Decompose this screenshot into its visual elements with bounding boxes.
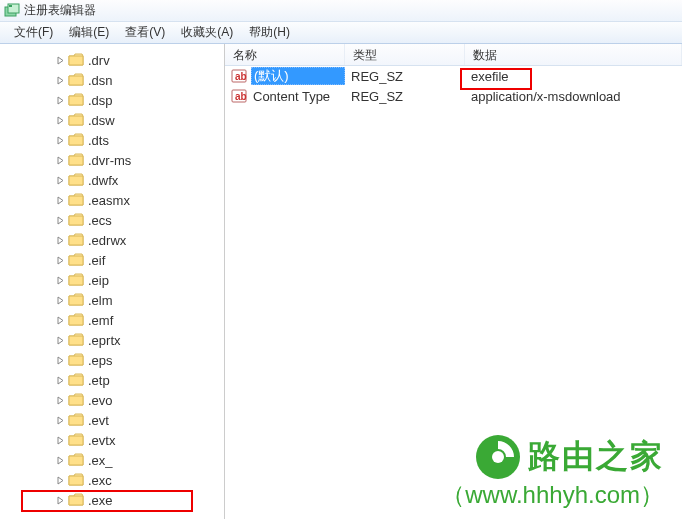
folder-icon: [68, 113, 84, 127]
expand-icon[interactable]: [54, 454, 66, 466]
folder-icon: [68, 193, 84, 207]
expand-icon[interactable]: [54, 334, 66, 346]
expand-icon[interactable]: [54, 394, 66, 406]
tree-label: .ex_: [88, 453, 113, 468]
tree-label: .emf: [88, 313, 113, 328]
expand-icon[interactable]: [54, 274, 66, 286]
tree-label: .etp: [88, 373, 110, 388]
folder-icon: [68, 133, 84, 147]
expand-icon[interactable]: [54, 254, 66, 266]
expand-icon[interactable]: [54, 214, 66, 226]
expand-icon[interactable]: [54, 234, 66, 246]
list-row[interactable]: abContent TypeREG_SZapplication/x-msdown…: [225, 86, 682, 106]
expand-icon[interactable]: [54, 94, 66, 106]
folder-icon: [68, 273, 84, 287]
folder-icon: [68, 353, 84, 367]
col-header-type[interactable]: 类型: [345, 44, 465, 65]
tree-label: .dsp: [88, 93, 113, 108]
tree-item[interactable]: .ex_: [0, 450, 224, 470]
tree-item[interactable]: .edrwx: [0, 230, 224, 250]
folder-icon: [68, 73, 84, 87]
tree-item[interactable]: .dsn: [0, 70, 224, 90]
expand-icon[interactable]: [54, 154, 66, 166]
title-bar: 注册表编辑器: [0, 0, 682, 22]
tree-item[interactable]: .dvr-ms: [0, 150, 224, 170]
tree-item[interactable]: .etp: [0, 370, 224, 390]
folder-icon: [68, 253, 84, 267]
col-header-data[interactable]: 数据: [465, 44, 682, 65]
expand-icon[interactable]: [54, 434, 66, 446]
tree-label: .elm: [88, 293, 113, 308]
expand-icon[interactable]: [54, 294, 66, 306]
folder-icon: [68, 173, 84, 187]
expand-icon[interactable]: [54, 314, 66, 326]
list-panel[interactable]: 名称 类型 数据 ab(默认)REG_SZexefileabContent Ty…: [225, 44, 682, 519]
tree-item[interactable]: .eps: [0, 350, 224, 370]
expand-icon[interactable]: [54, 74, 66, 86]
tree-item[interactable]: .eif: [0, 250, 224, 270]
tree-item[interactable]: .easmx: [0, 190, 224, 210]
string-icon: ab: [231, 88, 247, 104]
cell-type: REG_SZ: [345, 89, 465, 104]
tree-label: .dsn: [88, 73, 113, 88]
folder-icon: [68, 433, 84, 447]
tree-item[interactable]: .dwfx: [0, 170, 224, 190]
cell-name: (默认): [251, 67, 345, 85]
menu-file[interactable]: 文件(F): [6, 22, 61, 43]
tree-item[interactable]: .ecs: [0, 210, 224, 230]
tree-panel[interactable]: .drv.dsn.dsp.dsw.dts.dvr-ms.dwfx.easmx.e…: [0, 44, 225, 519]
menu-favorites[interactable]: 收藏夹(A): [173, 22, 241, 43]
folder-icon: [68, 393, 84, 407]
folder-icon: [68, 453, 84, 467]
cell-data: exefile: [465, 69, 511, 84]
main-area: .drv.dsn.dsp.dsw.dts.dvr-ms.dwfx.easmx.e…: [0, 44, 682, 519]
menu-view[interactable]: 查看(V): [117, 22, 173, 43]
tree-item[interactable]: .elm: [0, 290, 224, 310]
tree-item[interactable]: .evtx: [0, 430, 224, 450]
tree-label: .exc: [88, 473, 112, 488]
tree-label: .exe: [88, 493, 113, 508]
expand-icon[interactable]: [54, 194, 66, 206]
tree-item[interactable]: .drv: [0, 50, 224, 70]
expand-icon[interactable]: [54, 54, 66, 66]
cell-name: Content Type: [251, 89, 345, 104]
expand-icon[interactable]: [54, 474, 66, 486]
expand-icon[interactable]: [54, 114, 66, 126]
tree-label: .easmx: [88, 193, 130, 208]
menu-help[interactable]: 帮助(H): [241, 22, 298, 43]
folder-icon: [68, 473, 84, 487]
tree-label: .dsw: [88, 113, 115, 128]
tree-label: .eps: [88, 353, 113, 368]
tree-label: .ecs: [88, 213, 112, 228]
col-header-name[interactable]: 名称: [225, 44, 345, 65]
folder-icon: [68, 413, 84, 427]
tree-item[interactable]: .dts: [0, 130, 224, 150]
string-icon: ab: [231, 68, 247, 84]
folder-icon: [68, 233, 84, 247]
tree-item[interactable]: .emf: [0, 310, 224, 330]
tree-item[interactable]: .eip: [0, 270, 224, 290]
expand-icon[interactable]: [54, 354, 66, 366]
tree-label: .eprtx: [88, 333, 121, 348]
expand-icon[interactable]: [54, 134, 66, 146]
tree-item[interactable]: .dsp: [0, 90, 224, 110]
tree-item[interactable]: .evt: [0, 410, 224, 430]
tree-item[interactable]: .exc: [0, 470, 224, 490]
folder-icon: [68, 493, 84, 507]
folder-icon: [68, 93, 84, 107]
list-row[interactable]: ab(默认)REG_SZexefile: [225, 66, 682, 86]
expand-icon[interactable]: [54, 494, 66, 506]
menu-edit[interactable]: 编辑(E): [61, 22, 117, 43]
expand-icon[interactable]: [54, 414, 66, 426]
svg-text:ab: ab: [235, 91, 247, 102]
tree-item[interactable]: .evo: [0, 390, 224, 410]
tree-item[interactable]: .dsw: [0, 110, 224, 130]
regedit-icon: [4, 3, 20, 19]
tree-item[interactable]: .exe: [0, 490, 224, 510]
expand-icon[interactable]: [54, 374, 66, 386]
folder-icon: [68, 53, 84, 67]
tree-item[interactable]: .eprtx: [0, 330, 224, 350]
tree-label: .edrwx: [88, 233, 126, 248]
expand-icon[interactable]: [54, 174, 66, 186]
window-title: 注册表编辑器: [24, 2, 96, 19]
